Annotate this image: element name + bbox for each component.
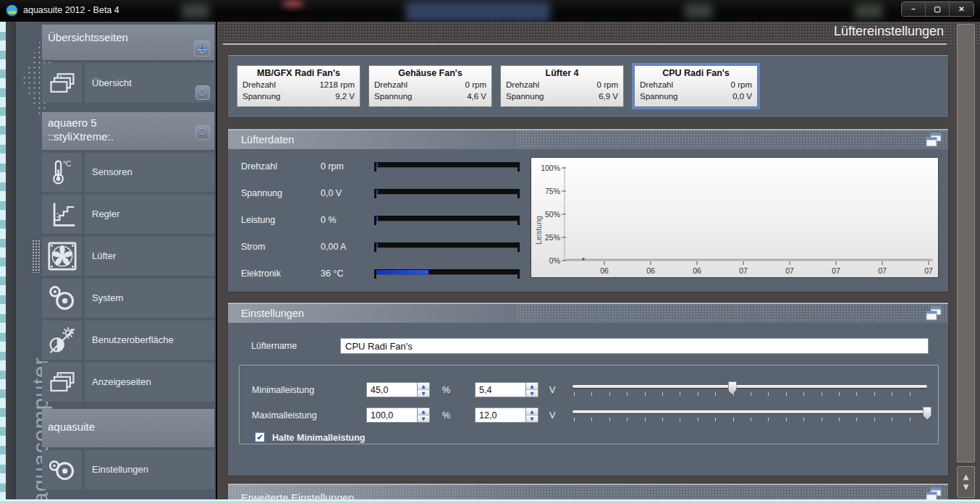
device-settings-button[interactable]: ⚙ xyxy=(195,125,210,140)
section-header-einstellungen[interactable]: Einstellungen xyxy=(228,303,948,323)
scroll-up-icon[interactable]: ▲ xyxy=(963,473,969,481)
sidebar-item-label: Übersicht ⚙ xyxy=(85,63,214,103)
spacer xyxy=(42,106,214,112)
app-icon xyxy=(6,4,18,17)
gear-icon: ⚙ xyxy=(198,125,207,139)
fan-card-mbgfx[interactable]: MB/GFX Radi Fan's Drehzahl1218 rpm Spann… xyxy=(237,65,360,107)
page-settings-button[interactable]: ⚙ xyxy=(195,85,210,100)
svg-text:25%: 25% xyxy=(545,233,560,242)
sidebar-item-einstellungen[interactable]: Einstellungen xyxy=(42,450,214,489)
max-volt-input[interactable] xyxy=(475,407,525,423)
sidebar-item-label: Einstellungen xyxy=(85,450,214,489)
spin-down-icon[interactable]: ▼ xyxy=(526,415,538,422)
spin-up-icon[interactable]: ▲ xyxy=(526,383,538,390)
plus-icon: + xyxy=(198,43,206,54)
svg-text:07: 07 xyxy=(878,266,887,275)
section-luefterdaten: Lüfterdaten Drehzahl 0 rpm Spannung 0,0 … xyxy=(228,129,948,292)
min-power-slider[interactable] xyxy=(573,380,927,399)
contrast-sun-icon xyxy=(42,321,82,360)
fan-card-title: CPU Radi Fan's xyxy=(640,68,752,78)
collapse-section-icon[interactable] xyxy=(925,487,942,499)
fan-card-luefter4[interactable]: Lüfter 4 Drehzahl0 rpm Spannung6,9 V xyxy=(500,65,624,107)
header-dot-texture xyxy=(516,130,948,149)
halte-minimalleistung-checkbox[interactable]: ✔ xyxy=(255,432,265,442)
max-power-slider[interactable] xyxy=(573,405,927,424)
sidebar-item-benutzeroberflaeche[interactable]: Benutzeroberfläche xyxy=(42,321,214,360)
spin-up-icon[interactable]: ▲ xyxy=(418,408,429,415)
spin-down-icon[interactable]: ▼ xyxy=(526,390,538,397)
minimize-button[interactable]: – xyxy=(902,2,926,16)
leistung-meter xyxy=(374,216,520,225)
section-header-luefterdaten[interactable]: Lüfterdaten xyxy=(228,130,948,149)
main-content: Lüftereinstellungen aquacomputer MB/GFX … xyxy=(217,22,980,499)
chart-y-ticks: 100% 75% 50% 25% 0% xyxy=(541,164,566,265)
maximize-button[interactable]: ▢ xyxy=(926,2,950,16)
glass-reflection xyxy=(854,3,883,19)
svg-text:75%: 75% xyxy=(545,187,560,195)
max-percent-spinner: ▲ ▼ xyxy=(366,407,430,423)
collapse-section-icon[interactable] xyxy=(925,132,942,148)
svg-text:06: 06 xyxy=(693,266,701,275)
fan-card-title: MB/GFX Radi Fan's xyxy=(242,68,355,78)
sidebar-item-uebersicht[interactable]: 1 Übersicht ⚙ xyxy=(42,63,214,103)
sidebar-item-label: Benutzeroberfläche xyxy=(85,321,214,360)
max-volt-spinner: ▲ ▼ xyxy=(475,407,538,423)
sidebar-item-luefter[interactable]: Lüfter xyxy=(42,237,214,276)
metric-value: 36 °C xyxy=(321,269,343,279)
title-bar: aquasuite 2012 - Beta 4 – ▢ ✕ xyxy=(0,0,980,22)
power-limits-groupbox: Minimalleistung ▲ ▼ % ▲ ▼ V xyxy=(239,365,939,444)
slider-ticks xyxy=(574,418,926,421)
fan-icon xyxy=(42,237,82,276)
metric-label: Drehzahl xyxy=(241,161,277,172)
scroll-down-icon[interactable]: ▼ xyxy=(963,483,969,491)
add-overview-page-button[interactable]: + xyxy=(194,41,210,56)
slider-track xyxy=(573,385,927,388)
min-percent-spinner: ▲ ▼ xyxy=(366,382,430,397)
voltage-value: 6,9 V xyxy=(599,91,618,103)
min-volt-input[interactable] xyxy=(475,382,525,397)
spin-down-icon[interactable]: ▼ xyxy=(418,415,429,422)
sidebar-item-label: Anzeigeseiten xyxy=(85,363,214,402)
glass-reflection xyxy=(684,3,713,19)
chart-start-marker xyxy=(582,258,585,261)
fan-card-gehaeuse[interactable]: Gehäuse Fan's Drehzahl0 rpm Spannung4,6 … xyxy=(368,65,492,107)
min-volt-spinner: ▲ ▼ xyxy=(475,382,538,397)
fan-name-input[interactable] xyxy=(340,338,929,354)
sidebar-item-anzeigeseiten[interactable]: 1 Anzeigeseiten xyxy=(42,363,214,402)
item-text: System xyxy=(92,292,123,303)
voltage-value: 0,0 V xyxy=(732,91,752,103)
curve-steps-icon xyxy=(42,195,82,234)
scroll-arrow-buttons: ▲ ▼ xyxy=(957,466,975,498)
sidebar-item-regler[interactable]: Regler xyxy=(42,195,214,234)
item-text: Übersicht xyxy=(92,77,132,88)
close-button[interactable]: ✕ xyxy=(950,2,973,16)
sidebar-nav: Übersichtsseiten + 1 Übersicht ⚙ xyxy=(42,25,214,492)
collapse-section-icon[interactable] xyxy=(925,306,942,321)
spin-down-icon[interactable]: ▼ xyxy=(418,390,429,397)
sidebar-item-label: Lüfter xyxy=(85,237,214,276)
sidebar-item-label: System xyxy=(85,279,214,318)
min-percent-input[interactable] xyxy=(366,382,417,397)
vertical-scrollbar-thumb[interactable] xyxy=(957,24,975,462)
data-row-drehzahl: Drehzahl 0 rpm xyxy=(228,161,532,173)
spin-up-icon[interactable]: ▲ xyxy=(526,408,538,415)
rpm-value: 0 rpm xyxy=(465,80,486,91)
sidebar-item-label: Sensoren xyxy=(85,153,214,192)
sidebar-header-label: Übersichtsseiten xyxy=(48,31,128,43)
header-dot-texture xyxy=(516,304,948,323)
rpm-value: 0 rpm xyxy=(597,80,618,91)
fan-card-cpu-selected[interactable]: CPU Radi Fan's Drehzahl0 rpm Spannung0,0… xyxy=(634,65,758,107)
section-title: Einstellungen xyxy=(241,308,304,319)
max-percent-input[interactable] xyxy=(366,407,417,423)
window-controls: – ▢ ✕ xyxy=(901,1,974,17)
section-header-erweitert[interactable]: Erweiterte Einstellungen xyxy=(228,484,948,499)
sidebar-header-uebersichtsseiten: Übersichtsseiten + xyxy=(42,25,214,60)
strom-meter xyxy=(374,242,520,252)
metric-label: Strom xyxy=(241,242,265,252)
sidebar-item-system[interactable]: System xyxy=(42,279,214,318)
window-title: aquasuite 2012 - Beta 4 xyxy=(23,5,119,15)
sidebar-item-sensoren[interactable]: °C Sensoren xyxy=(42,153,214,192)
fan-card-title: Lüfter 4 xyxy=(506,68,618,78)
item-text: Einstellungen xyxy=(92,464,148,475)
spin-up-icon[interactable]: ▲ xyxy=(418,383,429,390)
